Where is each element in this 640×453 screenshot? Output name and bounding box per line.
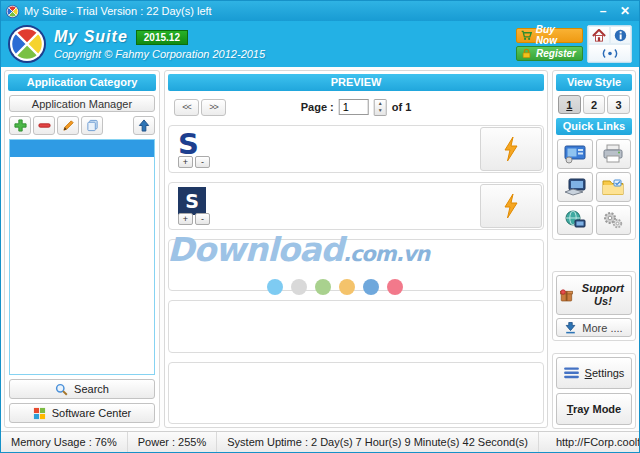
signal-icon: [601, 48, 619, 59]
category-toolbar: [9, 116, 155, 135]
version-badge: 2015.12: [136, 30, 188, 45]
settings-button[interactable]: Settings: [556, 357, 632, 389]
prev-page-button[interactable]: <<: [174, 99, 199, 116]
quick-link-display-settings-button[interactable]: [557, 139, 593, 169]
quick-link-network-button[interactable]: [557, 205, 593, 235]
minimize-button[interactable]: –: [594, 4, 612, 19]
quick-links-header: Quick Links: [556, 118, 632, 135]
plus-icon: [14, 119, 27, 132]
copy-category-button[interactable]: [81, 116, 103, 135]
preview-nav: << >> Page : ▲ ▼ of 1: [168, 93, 544, 121]
app-card: S + -: [168, 125, 544, 173]
app-icon-s-dark: S: [178, 187, 206, 215]
move-up-button[interactable]: [133, 116, 155, 135]
tray-mode-label: Tray Mode: [567, 403, 621, 415]
empty-card: [168, 300, 544, 353]
info-icon: [614, 29, 627, 42]
search-button[interactable]: Search: [9, 379, 155, 399]
window-title: My Suite - Trial Version : 22 Day(s) lef…: [24, 5, 212, 17]
quick-link-computer-button[interactable]: [557, 172, 593, 202]
display-settings-icon: [563, 144, 587, 164]
app-window: My Suite - Trial Version : 22 Day(s) lef…: [0, 0, 640, 453]
application-manager-button[interactable]: Application Manager: [9, 95, 155, 112]
app-header: My Suite 2015.12 Copyright © Fahmy Corpo…: [1, 21, 639, 67]
buy-now-label: Buy Now: [536, 24, 578, 46]
application-category-panel: Application Category Application Manager: [4, 70, 160, 428]
more-button[interactable]: More ....: [556, 318, 632, 337]
system-uptime-status: System Uptime : 2 Day(s) 7 Hour(s) 9 Min…: [217, 432, 539, 452]
category-listbox[interactable]: [9, 139, 155, 375]
view-style-header: View Style: [556, 74, 632, 91]
status-bar: Memory Usage : 76% Power : 255% System U…: [1, 431, 639, 452]
buy-now-button[interactable]: Buy Now: [516, 28, 583, 43]
network-globe-icon: [563, 210, 587, 230]
page-label: Page :: [301, 101, 334, 113]
search-label: Search: [74, 383, 109, 395]
preview-panel: PREVIEW << >> Page : ▲ ▼ of 1: [164, 70, 548, 428]
card-plus-button[interactable]: +: [178, 156, 193, 168]
power-status: Power : 255%: [128, 432, 217, 452]
card-minus-button[interactable]: -: [195, 156, 210, 168]
empty-card: [168, 239, 544, 291]
copyright-text: Copyright © Fahmy Corporation 2012-2015: [54, 48, 265, 60]
cart-icon: [521, 30, 532, 41]
view-style-group: View Style 1 2 3 Quick Links: [552, 70, 636, 240]
application-manager-label: Application Manager: [32, 98, 132, 110]
edit-category-button[interactable]: [57, 116, 79, 135]
category-list-item-selected[interactable]: [10, 140, 154, 157]
application-category-header: Application Category: [8, 74, 156, 91]
header-quick-panel: [587, 25, 632, 63]
spinner-down-button[interactable]: ▼: [375, 107, 386, 115]
view-style-3-button[interactable]: 3: [607, 95, 630, 114]
card-minus-button[interactable]: -: [195, 213, 210, 225]
view-style-1-button[interactable]: 1: [558, 95, 581, 114]
launch-button[interactable]: [480, 127, 542, 171]
remove-category-button[interactable]: [33, 116, 55, 135]
computer-devices-icon: [563, 177, 587, 197]
quick-link-gears-button[interactable]: [596, 205, 632, 235]
menu-lines-icon: [564, 367, 579, 379]
copy-icon: [86, 119, 99, 132]
close-button[interactable]: ✕: [616, 4, 634, 19]
gears-icon: [601, 210, 625, 230]
view-style-2-button[interactable]: 2: [583, 95, 606, 114]
quick-link-printer-button[interactable]: [596, 139, 632, 169]
software-center-label: Software Center: [52, 407, 131, 419]
app-icon-s-light: S: [178, 130, 199, 158]
quick-links-grid: [557, 139, 631, 235]
support-us-button[interactable]: Support Us!: [556, 275, 632, 315]
spinner-up-button[interactable]: ▲: [375, 100, 386, 108]
minus-icon: [38, 119, 51, 132]
connection-button[interactable]: [588, 44, 631, 62]
donate-box-icon: [559, 286, 574, 304]
folder-config-icon: [601, 177, 625, 197]
settings-group: Settings Tray Mode: [552, 353, 636, 429]
page-of-label: of 1: [392, 101, 412, 113]
page-spinner: ▲ ▼: [374, 99, 387, 116]
info-button[interactable]: [610, 26, 632, 44]
card-plus-button[interactable]: +: [178, 213, 193, 225]
preview-header: PREVIEW: [168, 74, 544, 91]
launch-button[interactable]: [480, 184, 542, 228]
memory-usage-status: Memory Usage : 76%: [1, 432, 128, 452]
page-number-input[interactable]: [339, 99, 369, 115]
register-label: Register: [536, 48, 576, 59]
pencil-icon: [62, 119, 75, 132]
quick-link-folder-button[interactable]: [596, 172, 632, 202]
register-button[interactable]: Register: [516, 46, 583, 61]
app-pinwheel-icon: [6, 5, 19, 18]
support-us-label: Support Us!: [577, 282, 629, 308]
app-logo-icon: [8, 25, 46, 63]
software-center-button[interactable]: Software Center: [9, 403, 155, 423]
tray-mode-button[interactable]: Tray Mode: [556, 393, 632, 425]
next-page-button[interactable]: >>: [201, 99, 226, 116]
content-area: Application Category Application Manager: [1, 67, 639, 431]
preview-cards: S + - S + -: [168, 125, 544, 424]
home-button[interactable]: [588, 26, 610, 44]
website-url-status: http://FCorp.coolfbprofile.info: [539, 432, 640, 452]
settings-label: Settings: [585, 367, 625, 379]
lock-icon: [521, 48, 532, 59]
lightning-icon: [502, 136, 520, 162]
right-sidebar: View Style 1 2 3 Quick Links: [552, 70, 636, 428]
add-category-button[interactable]: [9, 116, 31, 135]
